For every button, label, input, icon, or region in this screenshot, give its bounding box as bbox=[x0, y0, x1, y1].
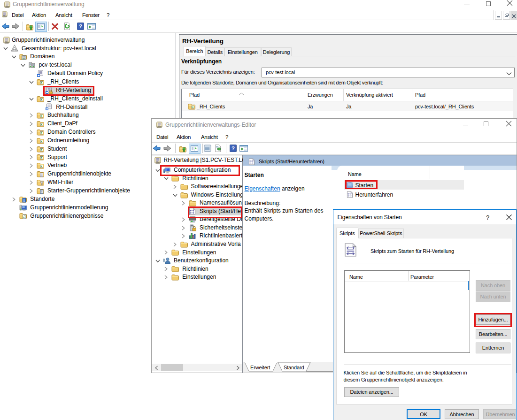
svg-text:Standard: Standard bbox=[284, 365, 304, 370]
svg-text:Erweitert: Erweitert bbox=[250, 365, 270, 370]
svg-text:?: ? bbox=[79, 23, 82, 29]
svg-text:?: ? bbox=[231, 145, 235, 151]
